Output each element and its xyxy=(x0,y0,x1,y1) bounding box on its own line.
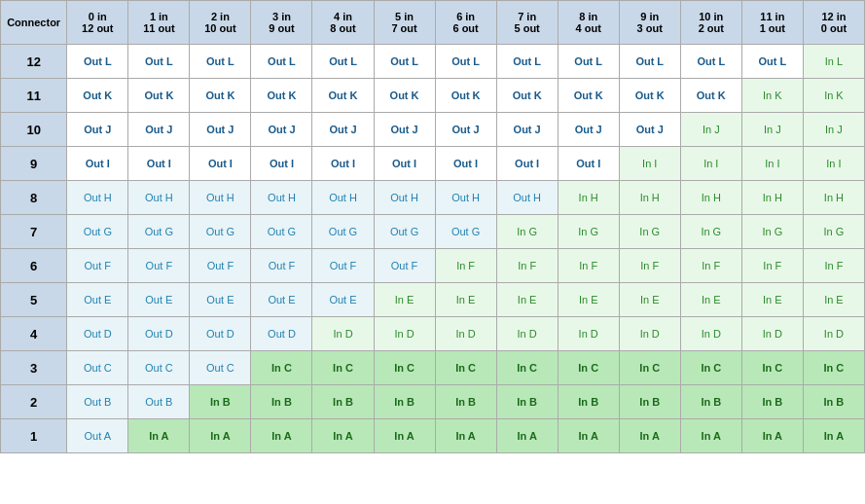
cell-row3-col11: In I xyxy=(741,147,803,181)
cell-row0-col3: Out L xyxy=(251,45,312,79)
cell-row0-col7: Out L xyxy=(496,45,558,79)
cell-row7-col1: Out E xyxy=(128,283,190,317)
header-sub: 0 out xyxy=(821,22,847,34)
cell-row0-col6: Out L xyxy=(435,45,496,79)
cell-row10-col7: In B xyxy=(496,385,558,419)
cell-row5-col11: In G xyxy=(741,215,803,249)
header-top: 12 in xyxy=(821,11,846,22)
cell-row8-col9: In D xyxy=(619,317,680,351)
cell-row10-col8: In B xyxy=(558,385,619,419)
header-sub: 1 out xyxy=(760,22,785,34)
cell-row2-col9: Out J xyxy=(619,113,680,147)
cell-row11-col2: In A xyxy=(190,419,251,453)
cell-row8-col5: In D xyxy=(374,317,435,351)
connector-cell: 9 xyxy=(1,147,67,181)
cell-row5-col5: Out G xyxy=(374,215,435,249)
cell-row2-col5: Out J xyxy=(374,113,435,147)
table-row: 4Out DOut DOut DOut DIn DIn DIn DIn DIn … xyxy=(1,317,865,351)
header-top: 3 in xyxy=(272,11,291,22)
cell-row11-col5: In A xyxy=(374,419,435,453)
cell-row0-col9: Out L xyxy=(619,45,680,79)
cell-row4-col7: Out H xyxy=(496,181,558,215)
cell-row9-col0: Out C xyxy=(67,351,128,385)
cell-row5-col1: Out G xyxy=(128,215,190,249)
connector-table: Connector0 in12 out1 in11 out2 in10 out3… xyxy=(0,0,865,453)
cell-row9-col12: In C xyxy=(803,351,864,385)
cell-row3-col2: Out I xyxy=(190,147,251,181)
cell-row11-col3: In A xyxy=(251,419,312,453)
cell-row6-col2: Out F xyxy=(190,249,251,283)
cell-row2-col10: In J xyxy=(680,113,741,147)
cell-row0-col2: Out L xyxy=(190,45,251,79)
cell-row6-col1: Out F xyxy=(128,249,190,283)
table-row: 11Out KOut KOut KOut KOut KOut KOut KOut… xyxy=(1,79,865,113)
header-sub: 6 out xyxy=(452,22,478,34)
cell-row0-col12: In L xyxy=(803,45,864,79)
cell-row1-col5: Out K xyxy=(374,79,435,113)
table-row: 12Out LOut LOut LOut LOut LOut LOut LOut… xyxy=(1,45,865,79)
cell-row3-col4: Out I xyxy=(312,147,374,181)
connector-cell: 7 xyxy=(1,215,67,249)
table-row: 8Out HOut HOut HOut HOut HOut HOut HOut … xyxy=(1,181,865,215)
cell-row4-col5: Out H xyxy=(374,181,435,215)
header-sub: 9 out xyxy=(269,22,294,34)
header-sub: 5 out xyxy=(515,22,540,34)
cell-row2-col7: Out J xyxy=(496,113,558,147)
cell-row0-col0: Out L xyxy=(67,45,128,79)
cell-row8-col6: In D xyxy=(435,317,496,351)
header-row: Connector0 in12 out1 in11 out2 in10 out3… xyxy=(1,1,865,45)
cell-row2-col0: Out J xyxy=(67,113,128,147)
cell-row0-col10: Out L xyxy=(680,45,741,79)
connector-cell: 2 xyxy=(1,385,67,419)
header-top: 2 in xyxy=(211,11,230,22)
cell-row6-col0: Out F xyxy=(67,249,128,283)
table-row: 6Out FOut FOut FOut FOut FOut FIn FIn FI… xyxy=(1,249,865,283)
cell-row9-col2: Out C xyxy=(190,351,251,385)
cell-row10-col2: In B xyxy=(190,385,251,419)
connector-header: Connector xyxy=(1,1,67,45)
cell-row10-col12: In B xyxy=(803,385,864,419)
cell-row5-col7: In G xyxy=(496,215,558,249)
cell-row0-col5: Out L xyxy=(374,45,435,79)
cell-row7-col7: In E xyxy=(496,283,558,317)
cell-row1-col10: Out K xyxy=(680,79,741,113)
connector-cell: 5 xyxy=(1,283,67,317)
cell-row3-col5: Out I xyxy=(374,147,435,181)
cell-row1-col1: Out K xyxy=(128,79,190,113)
connector-cell: 4 xyxy=(1,317,67,351)
table-row: 9Out IOut IOut IOut IOut IOut IOut IOut … xyxy=(1,147,865,181)
connector-cell: 11 xyxy=(1,79,67,113)
header-col-9: 8 in4 out xyxy=(558,1,619,45)
cell-row5-col3: Out G xyxy=(251,215,312,249)
cell-row8-col3: Out D xyxy=(251,317,312,351)
cell-row2-col3: Out J xyxy=(251,113,312,147)
header-top: 9 in xyxy=(640,11,659,22)
cell-row9-col5: In C xyxy=(374,351,435,385)
cell-row3-col0: Out I xyxy=(67,147,128,181)
cell-row1-col3: Out K xyxy=(251,79,312,113)
cell-row7-col0: Out E xyxy=(67,283,128,317)
cell-row10-col9: In B xyxy=(619,385,680,419)
cell-row7-col6: In E xyxy=(435,283,496,317)
table-row: 10Out JOut JOut JOut JOut JOut JOut JOut… xyxy=(1,113,865,147)
cell-row8-col10: In D xyxy=(680,317,741,351)
cell-row2-col6: Out J xyxy=(435,113,496,147)
cell-row4-col8: In H xyxy=(558,181,619,215)
cell-row2-col2: Out J xyxy=(190,113,251,147)
cell-row9-col4: In C xyxy=(312,351,374,385)
cell-row11-col4: In A xyxy=(312,419,374,453)
cell-row5-col10: In G xyxy=(680,215,741,249)
cell-row6-col3: Out F xyxy=(251,249,312,283)
cell-row7-col11: In E xyxy=(741,283,803,317)
header-sub: 8 out xyxy=(330,22,355,34)
cell-row3-col10: In I xyxy=(680,147,741,181)
cell-row4-col10: In H xyxy=(680,181,741,215)
cell-row11-col1: In A xyxy=(128,419,190,453)
cell-row5-col4: Out G xyxy=(312,215,374,249)
cell-row10-col10: In B xyxy=(680,385,741,419)
cell-row1-col2: Out K xyxy=(190,79,251,113)
cell-row1-col0: Out K xyxy=(67,79,128,113)
cell-row4-col9: In H xyxy=(619,181,680,215)
cell-row3-col3: Out I xyxy=(251,147,312,181)
header-top: 0 in xyxy=(89,11,107,22)
